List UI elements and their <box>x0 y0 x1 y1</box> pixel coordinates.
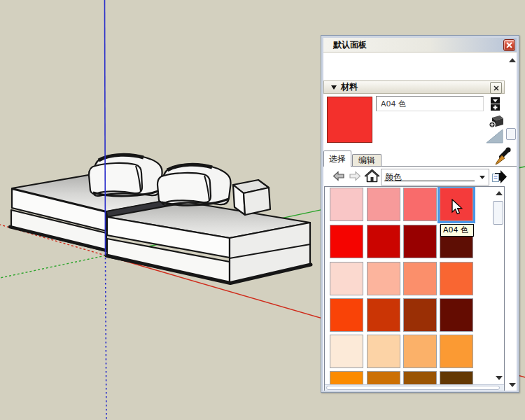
list-scroll-up-button[interactable] <box>493 188 504 197</box>
paint-box-plus-icon <box>488 114 504 130</box>
color-swatch[interactable] <box>330 262 363 295</box>
color-swatch[interactable] <box>403 188 437 221</box>
color-swatch[interactable] <box>440 262 473 295</box>
arrow-right-icon <box>349 170 361 182</box>
color-list[interactable] <box>324 186 505 391</box>
sample-paint-button[interactable] <box>493 146 514 165</box>
mouse-cursor <box>451 199 463 216</box>
sofa-armrest-block <box>233 180 270 215</box>
secondary-pane-button[interactable] <box>488 114 504 130</box>
house-icon <box>364 169 380 183</box>
close-icon <box>493 85 499 91</box>
color-swatch[interactable] <box>367 188 400 221</box>
combo-underline <box>384 181 475 181</box>
tray-scrollbar-thumb[interactable] <box>506 128 516 140</box>
tray-title: 默认面板 <box>333 39 367 51</box>
close-icon <box>506 42 512 48</box>
color-swatch[interactable] <box>403 225 437 258</box>
list-scrollbar-thumb[interactable] <box>493 201 503 225</box>
eyedropper-icon <box>493 146 514 165</box>
color-swatch[interactable] <box>330 335 363 368</box>
tray-scroll-up-button[interactable] <box>507 56 517 64</box>
details-menu-button[interactable] <box>491 169 507 185</box>
materials-section-header[interactable]: 材料 <box>323 80 505 94</box>
materials-section-close-button[interactable] <box>490 82 502 94</box>
color-swatch[interactable] <box>367 225 400 258</box>
create-material-button[interactable] <box>491 97 500 111</box>
tray-titlebar[interactable]: 默认面板 <box>323 38 517 52</box>
list-horizontal-scrollbar[interactable] <box>325 384 504 391</box>
arrow-up-icon <box>496 191 503 195</box>
tray-body: 材料 <box>323 52 517 391</box>
blue-axis-line <box>105 0 106 255</box>
material-name-field[interactable] <box>376 96 484 111</box>
list-scroll-down-button[interactable] <box>493 373 504 382</box>
swatch-plus-icon <box>491 97 500 111</box>
nav-home-button[interactable] <box>364 169 380 181</box>
tab-select[interactable]: 选择 <box>323 150 351 167</box>
color-swatch[interactable] <box>403 262 437 295</box>
color-swatch[interactable] <box>330 298 363 332</box>
sketchup-app: { "window": { "title": "默认面板" }, "materi… <box>0 0 525 420</box>
sofa-pillows-right <box>158 164 231 205</box>
horizontal-scrollbar-thumb[interactable] <box>326 386 500 390</box>
color-swatch[interactable] <box>403 298 437 332</box>
nav-forward-button[interactable] <box>349 170 361 182</box>
color-swatch[interactable] <box>440 298 473 332</box>
tab-edit[interactable]: 编辑 <box>352 154 382 167</box>
tray-scroll-down-button[interactable] <box>507 381 517 388</box>
color-swatch[interactable] <box>440 335 473 368</box>
tab-baseline <box>323 166 517 167</box>
collapse-triangle-icon <box>331 85 337 90</box>
arrow-down-icon <box>496 376 503 380</box>
swatch-tooltip: A04 色 <box>440 224 474 237</box>
chevron-down-icon <box>479 176 485 179</box>
collection-value: 颜色 <box>385 172 402 183</box>
sample-corner-triangle-icon <box>486 130 503 144</box>
color-swatch[interactable] <box>367 262 400 295</box>
collection-dropdown[interactable]: 颜色 <box>381 169 489 186</box>
materials-section-label: 材料 <box>341 81 358 93</box>
sofa-pillows-left <box>89 154 162 196</box>
arrow-down-icon <box>509 383 516 387</box>
page-arrow-icon <box>491 169 507 185</box>
arrow-up-icon <box>509 58 516 62</box>
color-swatch[interactable] <box>367 335 400 368</box>
color-swatch[interactable] <box>403 335 437 368</box>
arrow-left-icon <box>332 170 344 182</box>
material-preview-swatch[interactable] <box>327 97 372 143</box>
nav-back-button[interactable] <box>332 170 344 182</box>
color-swatch[interactable] <box>367 298 400 332</box>
default-tray-panel[interactable]: 默认面板 材料 <box>321 35 519 393</box>
tray-close-button[interactable] <box>503 39 515 51</box>
color-swatch[interactable] <box>330 188 363 221</box>
color-swatch[interactable] <box>330 225 363 258</box>
